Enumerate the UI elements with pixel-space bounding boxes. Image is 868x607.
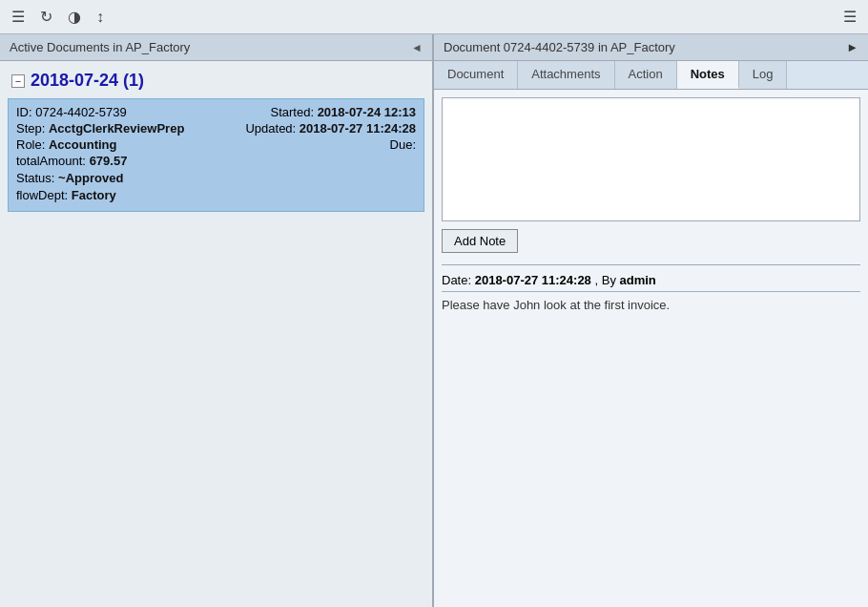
tab-action[interactable]: Action — [615, 61, 677, 89]
doc-total-amount: totalAmount: 679.57 — [16, 154, 416, 168]
tab-log[interactable]: Log — [739, 61, 788, 89]
doc-role: Role: Accounting — [16, 137, 116, 152]
tabs: Document Attachments Action Notes Log — [434, 61, 868, 90]
right-panel: Document 0724-4402-5739 in AP_Factory ► … — [434, 34, 868, 607]
right-panel-title: Document 0724-4402-5739 in AP_Factory — [444, 40, 675, 54]
toolbar-right: ☰ — [839, 6, 860, 28]
note-text: Please have John look at the first invoi… — [442, 298, 860, 312]
doc-updated: Updated: 2018-07-27 11:24:28 — [245, 121, 416, 136]
doc-flow-dept-label: flowDept: — [16, 188, 68, 202]
document-item[interactable]: ID: 0724-4402-5739 Started: 2018-07-24 1… — [8, 98, 424, 212]
doc-id-label-text: ID: — [16, 105, 32, 119]
doc-total-amount-label: totalAmount: — [16, 154, 86, 168]
contrast-icon[interactable]: ◑ — [64, 6, 85, 28]
doc-updated-value: 2018-07-27 11:24:28 — [300, 121, 416, 136]
doc-step: Step: AcctgClerkReviewPrep — [16, 121, 184, 136]
main-content: Active Documents in AP_Factory ◄ − 2018-… — [0, 34, 868, 607]
right-panel-header: Document 0724-4402-5739 in AP_Factory ► — [434, 34, 868, 61]
note-date-label: Date: — [442, 273, 471, 287]
sort-icon[interactable]: ↕ — [93, 7, 108, 28]
notes-content: Add Note Date: 2018-07-27 11:24:28 , By … — [434, 90, 868, 607]
right-panel-expand-btn[interactable]: ► — [846, 40, 858, 54]
tab-attachments[interactable]: Attachments — [518, 61, 614, 89]
doc-started-label: Started: — [270, 105, 314, 119]
doc-total-amount-value: 679.57 — [90, 154, 128, 168]
toolbar-left: ☰ ↻ ◑ ↕ — [8, 6, 108, 28]
doc-id-row: ID: 0724-4402-5739 Started: 2018-07-24 1… — [16, 105, 416, 119]
left-panel-collapse-btn[interactable]: ◄ — [411, 41, 423, 54]
doc-group-title: − 2018-07-24 (1) — [8, 65, 424, 96]
doc-status: Status: ~Approved — [16, 171, 416, 185]
doc-due: Due: — [390, 137, 416, 152]
note-separator — [442, 291, 860, 292]
note-date-value: 2018-07-27 11:24:28 — [475, 273, 591, 287]
doc-status-value: ~Approved — [58, 171, 123, 185]
doc-step-value: AcctgClerkReviewPrep — [49, 121, 184, 136]
doc-status-label: Status: — [16, 171, 54, 185]
doc-group-date: 2018-07-24 (1) — [31, 71, 144, 91]
doc-due-label: Due: — [390, 137, 416, 152]
tab-document[interactable]: Document — [434, 61, 518, 89]
doc-id-label: ID: 0724-4402-5739 — [16, 105, 127, 119]
tab-notes[interactable]: Notes — [677, 61, 739, 89]
left-panel-title: Active Documents in AP_Factory — [10, 40, 190, 54]
doc-flow-dept: flowDept: Factory — [16, 188, 416, 202]
toolbar: ☰ ↻ ◑ ↕ ☰ — [0, 0, 868, 34]
doc-role-row: Role: Accounting Due: — [16, 137, 416, 152]
refresh-icon[interactable]: ↻ — [36, 6, 56, 28]
doc-role-label: Role: — [16, 137, 45, 152]
doc-started: Started: 2018-07-24 12:13 — [270, 105, 416, 119]
note-by-value-text: admin — [620, 273, 656, 287]
note-date-line: Date: 2018-07-27 11:24:28 , By admin — [442, 273, 860, 287]
left-panel: Active Documents in AP_Factory ◄ − 2018-… — [0, 34, 434, 607]
add-note-button[interactable]: Add Note — [442, 229, 518, 253]
doc-flow-dept-value: Factory — [72, 188, 116, 202]
doc-id-value: 0724-4402-5739 — [35, 105, 126, 119]
doc-updated-label: Updated: — [245, 121, 296, 136]
left-panel-header: Active Documents in AP_Factory ◄ — [0, 34, 432, 61]
notes-textarea[interactable] — [442, 97, 860, 221]
doc-step-label: Step: — [16, 121, 45, 136]
note-entry: Date: 2018-07-27 11:24:28 , By admin Ple… — [442, 264, 860, 312]
group-collapse-btn[interactable]: − — [11, 74, 25, 88]
doc-started-value: 2018-07-24 12:13 — [318, 105, 416, 119]
doc-role-value: Accounting — [49, 137, 117, 152]
doc-step-row: Step: AcctgClerkReviewPrep Updated: 2018… — [16, 121, 416, 136]
note-by-label: , — [594, 273, 601, 287]
document-group: − 2018-07-24 (1) ID: 0724-4402-5739 Star… — [0, 61, 432, 218]
toolbar-menu-icon[interactable]: ☰ — [839, 6, 860, 28]
menu-icon[interactable]: ☰ — [8, 6, 29, 28]
note-by-label-text: By — [602, 273, 616, 287]
